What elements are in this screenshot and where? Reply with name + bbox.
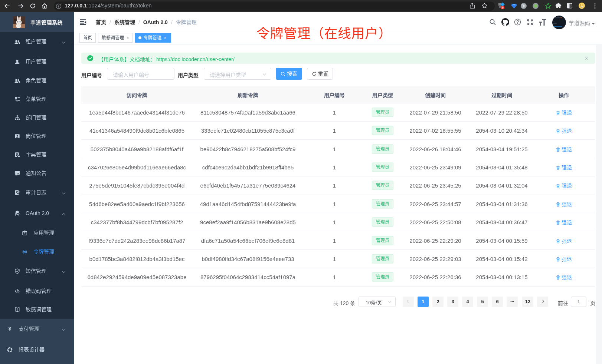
svg-text:¥: ¥ bbox=[8, 326, 12, 332]
svg-text:9: 9 bbox=[502, 6, 503, 9]
